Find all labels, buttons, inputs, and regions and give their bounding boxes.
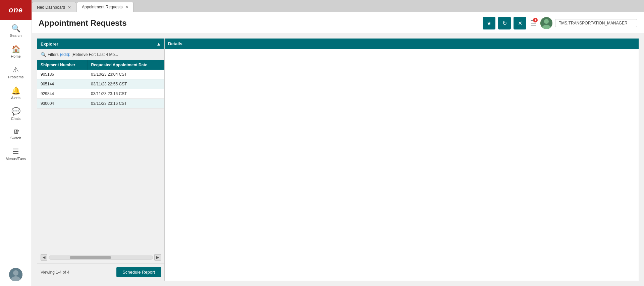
scroll-right-button[interactable]: ▶ <box>154 254 161 261</box>
details-title: Details <box>168 41 182 46</box>
user-dropdown[interactable]: TMS.TRANSPORTATION_MANAGER <box>555 19 637 27</box>
notification-badge: 1 <box>533 18 538 22</box>
svg-point-1 <box>13 270 18 276</box>
close-button[interactable]: ✕ <box>514 17 526 29</box>
star-icon: ★ <box>487 20 491 26</box>
cell-appointment-date: 03/11/23 22:55 CST <box>88 79 164 89</box>
table-row[interactable]: 90518603/10/23 23:04 CST <box>37 70 164 79</box>
tab-appointment-requests[interactable]: Appointment Requests ✕ <box>77 2 133 12</box>
tab-label: Neo Dashboard <box>37 5 65 10</box>
col-shipment-number: Shipment Number <box>37 60 88 70</box>
warning-icon: ⚠ <box>12 66 19 74</box>
sidebar-item-alerts[interactable]: 🔔 Alerts <box>0 82 32 103</box>
user-avatar-bottom[interactable] <box>0 265 32 286</box>
sidebar-item-label: Alerts <box>11 96 20 100</box>
explorer-footer: Viewing 1-4 of 4 Schedule Report <box>37 263 164 281</box>
search-icon: 🔍 <box>11 25 20 32</box>
header-actions: ★ ↻ ✕ <box>483 17 526 29</box>
sidebar-item-label: Switch <box>10 136 21 140</box>
sidebar-item-label: Menus/Favs <box>6 157 26 161</box>
page-header: Appointment Requests ★ ↻ ✕ ☰ 1 <box>32 12 644 33</box>
filter-search-icon: 🔍 <box>41 52 46 57</box>
logo-text: one <box>9 6 23 14</box>
sidebar-item-label: Problems <box>8 75 23 79</box>
sidebar-item-problems[interactable]: ⚠ Problems <box>0 62 32 82</box>
explorer-details-container: Explorer ▲ 🔍 Filters (edit): [Retrieve F… <box>37 39 639 281</box>
sidebar-item-search[interactable]: 🔍 Search <box>0 20 32 41</box>
details-body <box>165 49 639 281</box>
sidebar-item-chats[interactable]: 💬 Chats <box>0 103 32 124</box>
close-icon: ✕ <box>518 20 522 26</box>
user-avatar <box>540 17 552 29</box>
chat-icon: 💬 <box>11 108 20 115</box>
table-row[interactable]: 92984403/11/23 23:16 CST <box>37 89 164 99</box>
filters-label: Filters <box>48 52 59 57</box>
svg-point-4 <box>544 19 549 24</box>
schedule-report-button[interactable]: Schedule Report <box>116 267 161 277</box>
horizontal-scrollbar: ◀ ▶ <box>37 254 164 263</box>
menu-icon: ☰ <box>12 148 19 155</box>
col-appointment-date: Requested Appointment Date <box>88 60 164 70</box>
page-title: Appointment Requests <box>39 18 127 28</box>
details-section: Details <box>165 39 639 281</box>
user-section: TMS.TRANSPORTATION_MANAGER <box>540 17 637 29</box>
filters-bar: 🔍 Filters (edit): [Retrieve For: Last 4 … <box>37 49 164 60</box>
sidebar-item-switch[interactable]: 🖥 ⇄ Switch <box>0 124 32 143</box>
cell-shipment-number: 930004 <box>37 99 88 109</box>
explorer-body: 🔍 Filters (edit): [Retrieve For: Last 4 … <box>37 49 164 254</box>
content-area: Explorer ▲ 🔍 Filters (edit): [Retrieve F… <box>32 33 644 286</box>
scroll-track[interactable] <box>49 256 153 260</box>
cell-appointment-date: 03/11/23 23:16 CST <box>88 99 164 109</box>
cell-shipment-number: 905186 <box>37 70 88 79</box>
explorer-collapse-button[interactable]: ▲ <box>156 41 161 47</box>
sidebar-item-home[interactable]: 🏠 Home <box>0 41 32 62</box>
explorer-header: Explorer ▲ <box>37 39 164 49</box>
explorer-title: Explorer <box>41 42 58 47</box>
scroll-thumb <box>70 256 111 259</box>
table-row[interactable]: 90514403/11/23 22:55 CST <box>37 79 164 89</box>
main-area: Neo Dashboard ✕ Appointment Requests ✕ A… <box>32 0 644 286</box>
tab-bar: Neo Dashboard ✕ Appointment Requests ✕ <box>32 0 644 12</box>
details-header: Details <box>165 39 639 49</box>
cell-appointment-date: 03/11/23 23:16 CST <box>88 89 164 99</box>
cell-appointment-date: 03/10/23 23:04 CST <box>88 70 164 79</box>
tab-label: Appointment Requests <box>82 5 122 9</box>
sidebar-item-label: Search <box>10 33 22 38</box>
sidebar: one 🔍 Search 🏠 Home ⚠ Problems 🔔 Alerts … <box>0 0 32 286</box>
avatar-image <box>9 268 22 281</box>
scroll-left-button[interactable]: ◀ <box>41 254 47 261</box>
cell-shipment-number: 905144 <box>37 79 88 89</box>
favorite-button[interactable]: ★ <box>483 17 495 29</box>
header-right: ★ ↻ ✕ ☰ 1 <box>483 17 637 29</box>
tab-close-icon[interactable]: ✕ <box>68 5 71 9</box>
switch-arrows-icon: ⇄ <box>15 129 19 134</box>
sidebar-item-menus-favs[interactable]: ☰ Menus/Favs <box>0 143 32 164</box>
menu-button[interactable]: ☰ 1 <box>530 19 536 27</box>
filters-value: [Retrieve For: Last 4 Mo... <box>71 52 118 57</box>
tab-close-icon[interactable]: ✕ <box>125 5 128 9</box>
table-row[interactable]: 93000403/11/23 23:16 CST <box>37 99 164 109</box>
refresh-button[interactable]: ↻ <box>498 17 511 29</box>
bell-icon: 🔔 <box>11 87 20 94</box>
tab-neo-dashboard[interactable]: Neo Dashboard ✕ <box>32 2 76 12</box>
cell-shipment-number: 929844 <box>37 89 88 99</box>
logo[interactable]: one <box>0 0 32 20</box>
viewing-count: Viewing 1-4 of 4 <box>41 270 69 275</box>
sidebar-item-label: Home <box>11 54 20 58</box>
sidebar-item-label: Chats <box>11 117 21 121</box>
refresh-icon: ↻ <box>502 20 507 26</box>
filters-edit-link[interactable]: (edit): <box>60 52 70 57</box>
home-icon: 🏠 <box>11 46 20 53</box>
explorer-section: Explorer ▲ 🔍 Filters (edit): [Retrieve F… <box>37 39 165 281</box>
data-table: Shipment Number Requested Appointment Da… <box>37 60 164 109</box>
